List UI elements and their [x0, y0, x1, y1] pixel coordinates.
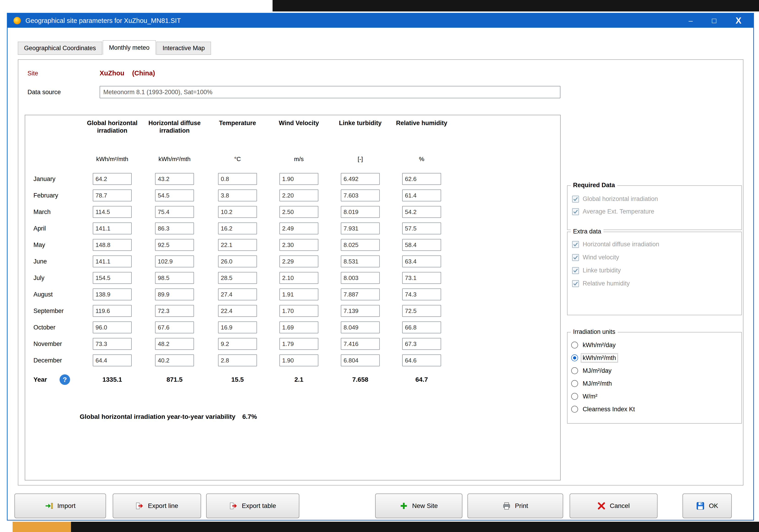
cell-input-september-5[interactable]	[402, 305, 441, 317]
checkbox-linke-turbidity[interactable]: Linke turbidity	[572, 267, 741, 274]
cell-input-november-2[interactable]	[218, 338, 257, 350]
cell-input-december-5[interactable]	[402, 354, 441, 366]
cell-input-march-2[interactable]	[218, 206, 257, 218]
tab-interactive-map[interactable]: Interactive Map	[156, 42, 211, 55]
cell-input-november-4[interactable]	[341, 338, 380, 350]
cell-input-august-0[interactable]	[93, 288, 132, 300]
cell-input-september-2[interactable]	[218, 305, 257, 317]
cell-input-september-3[interactable]	[279, 305, 318, 317]
cell-input-may-1[interactable]	[155, 239, 194, 251]
checkbox-horizontal-diffuse-irradiation[interactable]: Horizontal diffuse irradiation	[572, 241, 741, 248]
cell-input-march-4[interactable]	[341, 206, 380, 218]
cell-input-november-5[interactable]	[402, 338, 441, 350]
cell-input-november-1[interactable]	[155, 338, 194, 350]
cancel-button[interactable]: Cancel	[570, 494, 658, 518]
minimize-button[interactable]: –	[689, 17, 693, 24]
radio-kwh-m-mth[interactable]: kWh/m²/mth	[571, 352, 741, 363]
cell-input-july-2[interactable]	[218, 272, 257, 284]
cell-input-september-0[interactable]	[93, 305, 132, 317]
cell-input-november-0[interactable]	[93, 338, 132, 350]
export-line-button[interactable]: Export line	[113, 494, 201, 518]
checkbox-relative-humidity[interactable]: Relative humidity	[572, 280, 741, 287]
cell-input-december-4[interactable]	[341, 354, 380, 366]
cell-input-february-0[interactable]	[93, 189, 132, 201]
cell-input-february-2[interactable]	[218, 189, 257, 201]
cell-input-april-5[interactable]	[402, 223, 441, 234]
cell-input-july-5[interactable]	[402, 272, 441, 284]
cell-input-december-1[interactable]	[155, 354, 194, 366]
cell-input-june-5[interactable]	[402, 256, 441, 267]
cell-input-april-1[interactable]	[155, 223, 194, 234]
cell-input-october-5[interactable]	[402, 321, 441, 333]
cell-input-march-3[interactable]	[279, 206, 318, 218]
cell-input-september-1[interactable]	[155, 305, 194, 317]
cell-input-june-0[interactable]	[93, 256, 132, 267]
cell-input-february-4[interactable]	[341, 189, 380, 201]
cell-input-may-3[interactable]	[279, 239, 318, 251]
cell-input-march-5[interactable]	[402, 206, 441, 218]
cell-input-january-5[interactable]	[402, 173, 441, 185]
radio-clearness-index-kt[interactable]: Clearness Index Kt	[571, 404, 741, 415]
cell-input-march-0[interactable]	[93, 206, 132, 218]
export-table-button[interactable]: Export table	[206, 494, 300, 518]
cell-input-july-3[interactable]	[279, 272, 318, 284]
cell-input-march-1[interactable]	[155, 206, 194, 218]
checkbox-average-ext-temperature[interactable]: Average Ext. Temperature	[572, 208, 741, 215]
cell-input-july-0[interactable]	[93, 272, 132, 284]
cell-input-october-4[interactable]	[341, 321, 380, 333]
cell-input-january-1[interactable]	[155, 173, 194, 185]
titlebar[interactable]: Geographical site parameters for XuZhou_…	[8, 14, 753, 28]
ok-button[interactable]: OK	[683, 494, 732, 518]
cell-input-october-2[interactable]	[218, 321, 257, 333]
cell-input-may-5[interactable]	[402, 239, 441, 251]
cell-input-april-4[interactable]	[341, 223, 380, 234]
maximize-button[interactable]: □	[712, 17, 716, 24]
cell-input-august-2[interactable]	[218, 288, 257, 300]
cell-input-february-1[interactable]	[155, 189, 194, 201]
cell-input-january-0[interactable]	[93, 173, 132, 185]
cell-input-june-3[interactable]	[279, 256, 318, 267]
cell-input-august-4[interactable]	[341, 288, 380, 300]
cell-input-june-4[interactable]	[341, 256, 380, 267]
data-source-input[interactable]	[100, 86, 560, 98]
radio-mj-m-mth[interactable]: MJ/m²/mth	[571, 378, 741, 389]
cell-input-january-2[interactable]	[218, 173, 257, 185]
cell-input-august-1[interactable]	[155, 288, 194, 300]
cell-input-june-2[interactable]	[218, 256, 257, 267]
checkbox-global-horizontal-irradiation[interactable]: Global horizontal irradiation	[572, 195, 741, 203]
cell-input-april-0[interactable]	[93, 223, 132, 234]
cell-input-may-4[interactable]	[341, 239, 380, 251]
cell-input-august-5[interactable]	[402, 288, 441, 300]
cell-input-october-3[interactable]	[279, 321, 318, 333]
cell-input-february-3[interactable]	[279, 189, 318, 201]
radio-w-m[interactable]: W/m²	[571, 391, 741, 402]
cell-input-december-0[interactable]	[93, 354, 132, 366]
cell-input-may-0[interactable]	[93, 239, 132, 251]
cell-input-november-3[interactable]	[279, 338, 318, 350]
cell-input-october-1[interactable]	[155, 321, 194, 333]
cell-input-january-3[interactable]	[279, 173, 318, 185]
cell-input-april-2[interactable]	[218, 223, 257, 234]
cell-input-june-1[interactable]	[155, 256, 194, 267]
import-button[interactable]: Import	[15, 494, 106, 518]
radio-kwh-m-day[interactable]: kWh/m²/day	[571, 340, 741, 350]
help-icon[interactable]: ?	[60, 374, 70, 385]
new-site-button[interactable]: New Site	[375, 494, 462, 518]
print-button[interactable]: Print	[467, 494, 563, 518]
cell-input-july-1[interactable]	[155, 272, 194, 284]
cell-input-december-2[interactable]	[218, 354, 257, 366]
radio-mj-m-day[interactable]: MJ/m²/day	[571, 365, 741, 376]
checkbox-wind-velocity[interactable]: Wind velocity	[572, 254, 741, 261]
cell-input-september-4[interactable]	[341, 305, 380, 317]
tab-monthly-meteo[interactable]: Monthly meteo	[103, 40, 156, 55]
cell-input-february-5[interactable]	[402, 189, 441, 201]
cell-input-august-3[interactable]	[279, 288, 318, 300]
tab-geographical-coordinates[interactable]: Geographical Coordinates	[18, 42, 102, 55]
cell-input-july-4[interactable]	[341, 272, 380, 284]
close-button[interactable]: X	[736, 16, 741, 25]
cell-input-april-3[interactable]	[279, 223, 318, 234]
cell-input-october-0[interactable]	[93, 321, 132, 333]
cell-input-january-4[interactable]	[341, 173, 380, 185]
cell-input-december-3[interactable]	[279, 354, 318, 366]
cell-input-may-2[interactable]	[218, 239, 257, 251]
